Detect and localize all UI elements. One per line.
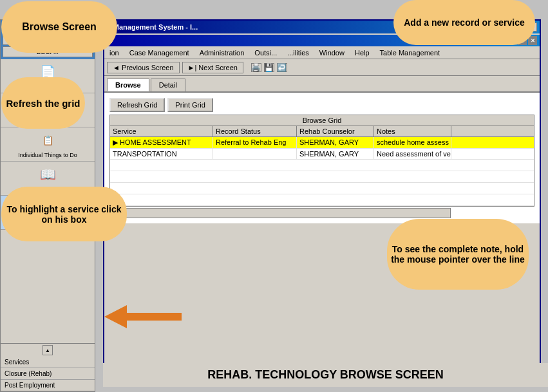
col-rehab-counselor: Rehab Counselor	[297, 126, 374, 136]
menu-ion[interactable]: ion	[107, 48, 122, 57]
cloud-highlight-service: To highlight a service click on his box	[1, 187, 127, 241]
row1-notes: schedule home assess	[374, 137, 451, 148]
arrow-indicator	[104, 305, 182, 330]
col-service: Service	[110, 126, 213, 136]
sidebar-scroll-up[interactable]: ▲	[43, 345, 53, 355]
save-icon[interactable]: 💾	[264, 63, 274, 72]
browse-grid: Browse Grid Service Record Status Rehab …	[109, 115, 534, 207]
toolbar: ◄ Previous Screen ►| Next Screen 🖨️ 💾 ↩️	[104, 59, 540, 76]
col-record-status: Record Status	[213, 126, 297, 136]
grid-toolbar: Refresh Grid Print Grid	[109, 98, 534, 112]
cloud-add-record: Add a new record or service	[393, 0, 535, 45]
menu-help[interactable]: Help	[352, 48, 372, 57]
browse-container: Refresh Grid Print Grid Browse Grid Serv…	[104, 91, 540, 223]
menu-ilities[interactable]: ...ilities	[285, 48, 312, 57]
cloud-refresh-grid: Refresh the grid	[1, 77, 85, 129]
col-notes: Notes	[374, 126, 451, 136]
table-row-empty	[110, 160, 534, 171]
browse-grid-title: Browse Grid	[110, 115, 534, 126]
next-screen-button[interactable]: ►| Next Screen	[182, 62, 243, 73]
individual-things-label: Individual Things to Do	[18, 152, 77, 158]
prev-screen-button[interactable]: ◄ Previous Screen	[107, 62, 180, 73]
menu-table-management[interactable]: Table Management	[377, 48, 443, 57]
tab-detail[interactable]: Detail	[151, 79, 185, 91]
table-row[interactable]: ▶ HOME ASSESSMENT Referral to Rehab Eng …	[110, 137, 534, 149]
menu-administration[interactable]: Administration	[197, 48, 247, 57]
horizontal-scrollbar[interactable]	[109, 208, 451, 218]
row2-rehab-counselor: SHERMAN, GARY	[297, 149, 374, 159]
table-row[interactable]: TRANSPORTATION SHERMAN, GARY Need assess…	[110, 149, 534, 160]
table-row-empty	[110, 171, 534, 183]
row2-notes: Need assessment of ve	[374, 149, 451, 159]
sidebar-bottom: ▲ Services Closure (Rehab) Post Employme…	[1, 343, 95, 391]
refresh-icon[interactable]: ↩️	[277, 63, 287, 72]
row1-record-status: Referral to Rehab Eng	[213, 137, 297, 148]
prev-screen-icon: ◄	[113, 64, 120, 71]
refresh-grid-button[interactable]: Refresh Grid	[109, 98, 165, 112]
cloud-browse-screen: Browse Screen	[1, 1, 117, 53]
row2-service: TRANSPORTATION	[110, 149, 213, 159]
row1-service: ▶ HOME ASSESSMENT	[110, 137, 213, 148]
sidebar-item-individual-things[interactable]: 📋 Individual Things to Do	[1, 127, 95, 162]
window-title: n Management System - I...	[107, 23, 198, 31]
sidebar-item-services[interactable]: Services	[1, 357, 95, 368]
menu-case-management[interactable]: Case Management	[127, 48, 192, 57]
row-indicator: ▶	[113, 138, 120, 146]
menu-outsi[interactable]: Outsi...	[252, 48, 279, 57]
sidebar-item-closure[interactable]: Closure (Rehab)	[1, 368, 95, 380]
menu-window[interactable]: Window	[317, 48, 347, 57]
menu-bar: ion Case Management Administration Outsi…	[104, 46, 540, 59]
ipe-icon: 📖	[37, 164, 58, 185]
table-row-empty	[110, 194, 534, 206]
table-row-empty	[110, 183, 534, 194]
tab-browse[interactable]: Browse	[107, 79, 149, 91]
individual-things-icon: 📋	[37, 130, 58, 151]
cloud-complete-note: To see the complete note, hold the mouse…	[387, 219, 529, 290]
print-grid-button[interactable]: Print Grid	[167, 98, 213, 112]
bottom-title: REHAB. TECHNOLOGY BROWSE SCREEN	[103, 363, 548, 387]
tab-bar: Browse Detail	[104, 76, 540, 91]
row2-record-status	[213, 149, 297, 159]
svg-marker-0	[104, 305, 182, 328]
row1-rehab-counselor: SHERMAN, GARY	[297, 137, 374, 148]
print-icon[interactable]: 🖨️	[251, 63, 261, 72]
sidebar-item-post-employment[interactable]: Post Employment	[1, 380, 95, 391]
grid-header: Service Record Status Rehab Counselor No…	[110, 126, 534, 137]
next-screen-icon: ►|	[188, 64, 197, 71]
